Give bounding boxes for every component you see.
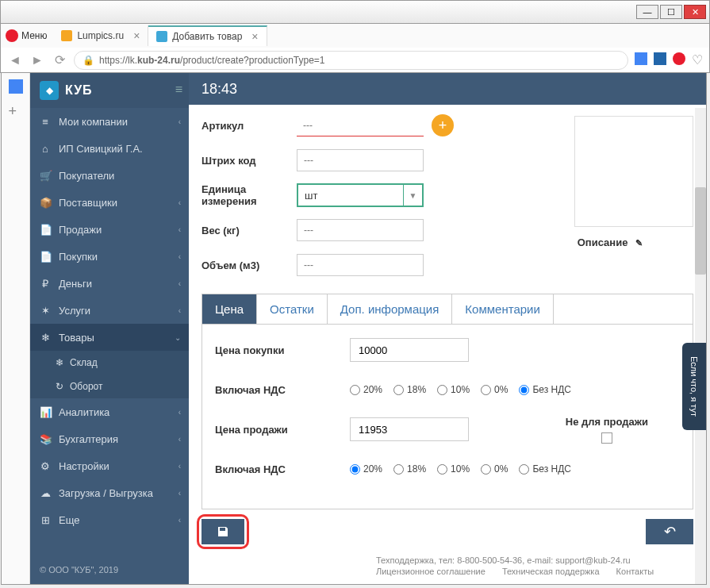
article-input[interactable] [297,114,424,136]
browser-tab-lumpics[interactable]: Lumpics.ru × [53,25,148,46]
sidebar-item-analytics[interactable]: 📊Аналитика‹ [30,398,189,425]
tab-price[interactable]: Цена [202,294,257,324]
buy-price-label: Цена покупки [215,344,350,356]
tab-stock[interactable]: Остатки [257,294,328,324]
chevron-down-icon: ▼ [403,185,422,206]
article-label: Артикул [201,120,297,132]
cloud-icon: ☁ [40,487,51,499]
sell-price-label: Цена продажи [215,424,350,436]
footer-link-contacts[interactable]: Контакты [616,567,654,576]
pencil-icon[interactable]: ✎ [635,238,643,248]
volume-input[interactable] [297,254,424,276]
sidebar-item-sales[interactable]: 📄Продажи‹ [30,216,189,243]
speed-dial-icon[interactable] [9,79,23,94]
footer-link-support[interactable]: Техническая поддержка [502,567,600,576]
sidebar-item-services[interactable]: ✶Услуги‹ [30,297,189,324]
books-icon: 📚 [40,433,51,445]
add-sidebar-icon[interactable]: + [9,103,23,117]
copyright-text: © ООО "КУБ", 2019 [30,555,189,584]
address-bar: ◄ ► ⟳ 🔒 https://lk.kub-24.ru/product/cre… [0,48,710,73]
vat-option[interactable]: 0% [481,463,508,475]
vat-option[interactable]: Без НДС [519,463,571,475]
tab-comments[interactable]: Комментарии [452,294,553,324]
tab-additional[interactable]: Доп. информация [328,294,453,324]
footer-link-license[interactable]: Лицензионное соглашение [376,567,485,576]
action-bar: ↶ [201,519,693,544]
cart-icon: 🛒 [40,170,51,182]
buy-price-input[interactable] [350,338,469,362]
vat-option[interactable]: 20% [350,384,382,395]
tab-close-icon[interactable]: × [251,30,258,43]
maximize-button[interactable]: ☐ [660,5,682,19]
grid-icon: ⊞ [40,514,51,526]
chart-icon: 📊 [40,406,51,418]
chevron-left-icon: ‹ [178,198,181,207]
sidebar-item-money[interactable]: ₽Деньги‹ [30,270,189,297]
unit-select[interactable]: шт ▼ [297,183,424,207]
tab-favicon-icon [61,30,72,41]
vat-buy-label: Включая НДС [215,384,350,396]
product-image-placeholder[interactable] [574,116,693,227]
extension-icon[interactable] [654,52,666,65]
not-for-sale-checkbox[interactable] [601,432,612,444]
extension-icon[interactable] [673,52,685,65]
star-icon: ✶ [40,305,51,317]
sidebar-item-accounting[interactable]: 📚Бухгалтерия‹ [30,425,189,452]
sidebar-item-suppliers[interactable]: 📦Поставщики‹ [30,189,189,216]
vat-option[interactable]: 20% [350,463,382,475]
bookmark-icon[interactable]: ♡ [692,52,703,67]
chevron-left-icon: ‹ [178,516,181,525]
barcode-label: Штрих код [201,155,297,167]
chevron-left-icon: ‹ [178,435,181,444]
chevron-left-icon: ‹ [178,306,181,315]
save-button[interactable] [201,519,244,544]
extension-icons: ♡ [635,52,703,67]
back-button[interactable]: ◄ [7,52,23,68]
forward-button[interactable]: ► [29,52,45,68]
snowflake-icon: ❄ [56,357,63,368]
header-time: 18:43 [201,81,237,98]
vat-option[interactable]: 10% [437,384,470,395]
sidebar-toggle-icon[interactable]: ≡ [175,83,182,97]
browser-tab-strip: Меню Lumpics.ru × Добавить товар × [0,24,710,48]
sidebar-subitem-warehouse[interactable]: ❄Склад [30,351,189,375]
sidebar-item-import-export[interactable]: ☁Загрузка / Выгрузка‹ [30,479,189,506]
undo-button[interactable]: ↶ [646,519,693,544]
add-article-button[interactable]: + [432,114,454,136]
doc-icon: 📄 [40,224,51,236]
vat-option[interactable]: 18% [393,384,426,395]
barcode-input[interactable] [297,149,424,171]
sidebar-item-companies[interactable]: ≡Мои компании‹ [30,108,189,135]
reload-button[interactable]: ⟳ [52,52,67,68]
close-button[interactable]: ✕ [684,5,706,19]
vat-option[interactable]: 18% [393,463,426,475]
chevron-left-icon: ‹ [178,225,181,234]
app-sidebar: ◆ КУБ ≡ ≡Мои компании‹ ⌂ИП Сивицкий Г.А.… [30,73,189,584]
sidebar-item-more[interactable]: ⊞Еще‹ [30,506,189,533]
weight-input[interactable] [297,219,424,241]
sidebar-item-purchases[interactable]: 📄Покупки‹ [30,243,189,270]
price-tabs: Цена Остатки Доп. информация Комментарии [201,294,693,325]
scroll-thumb[interactable] [695,187,706,275]
list-icon: ≡ [40,116,51,128]
sell-price-input[interactable] [350,417,469,441]
tab-close-icon[interactable]: × [133,29,140,42]
chevron-left-icon: ‹ [178,489,181,498]
sidebar-item-products[interactable]: ❄Товары⌄ [30,324,189,351]
extension-icon[interactable] [635,52,647,65]
content-area: 18:43 Артикул + Штрих код Единица измере… [189,73,706,584]
minimize-button[interactable]: — [636,5,658,19]
feedback-tab[interactable]: Если что, я тут [682,343,706,430]
browser-tab-add-product[interactable]: Добавить товар × [148,25,267,46]
vat-option[interactable]: 10% [437,463,470,475]
sidebar-item-settings[interactable]: ⚙Настройки‹ [30,452,189,479]
sidebar-subitem-turnover[interactable]: ↻Оборот [30,375,189,398]
vat-option[interactable]: 0% [481,384,508,395]
browser-menu-button[interactable]: Меню [6,29,47,42]
sidebar-item-customers[interactable]: 🛒Покупатели [30,162,189,189]
sidebar-item-ip[interactable]: ⌂ИП Сивицкий Г.А. [30,135,189,162]
url-input[interactable]: 🔒 https://lk.kub-24.ru/product/create?pr… [74,51,628,70]
vat-option[interactable]: Без НДС [519,384,571,395]
gear-icon: ⚙ [40,460,51,472]
window-titlebar: — ☐ ✕ [0,0,710,24]
